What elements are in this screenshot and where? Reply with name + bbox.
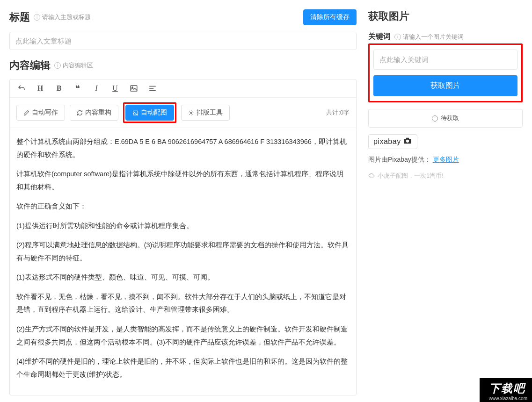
more-images-link[interactable]: 更多图片 <box>433 156 459 163</box>
keyword-hint: i 请输入一个图片关键词 <box>394 33 464 41</box>
formatting-toolbar: H B ❝ I U <box>10 79 356 98</box>
quote-button[interactable]: ❝ <box>73 83 83 93</box>
image-small-icon <box>132 110 138 116</box>
sidebar-panel: 获取图片 关键词 i 请输入一个图片关键词 获取图片 待获取 pixabay 图… <box>364 0 532 402</box>
content-paragraph: 软件看不见，无色，枯燥，看不见，摸不到，闻不到。软件大部分存在于人们的头脑或纸上… <box>16 291 350 316</box>
keyword-row: 关键词 i 请输入一个图片关键词 <box>368 32 523 42</box>
underline-button[interactable]: U <box>110 83 120 93</box>
content-paragraph: (4)维护不同的硬件是旧的，理论上软件是旧的，并不坏，但实际上软件也是旧的和坏的… <box>16 355 350 381</box>
char-count: 共计:0字 <box>326 108 350 117</box>
auto-write-button[interactable]: 自动写作 <box>16 105 65 121</box>
italic-button[interactable]: I <box>91 83 102 93</box>
image-icon[interactable] <box>129 83 139 93</box>
undo-icon[interactable] <box>16 83 27 93</box>
auto-image-highlight: 自动配图 <box>123 102 176 123</box>
action-toolbar: 自动写作 内容重构 自动配图 排版工具 共计:0字 <box>10 98 356 128</box>
keyword-input[interactable] <box>373 50 517 70</box>
watermark: 下载吧 www.xiazaiba.com <box>480 378 532 402</box>
circle-icon <box>432 115 438 122</box>
cloud-icon <box>368 172 375 179</box>
title-header: 标题 i 请输入主题或标题 清除所有缓存 <box>9 9 357 25</box>
layout-tool-button[interactable]: 排版工具 <box>181 105 230 121</box>
content-paragraph: (1)表达形式不同的硬件类型、颜色、味道、可见、可摸、可闻。 <box>16 271 350 284</box>
svg-point-9 <box>406 140 409 143</box>
fetch-image-button[interactable]: 获取图片 <box>373 75 517 96</box>
heading-button[interactable]: H <box>35 83 45 93</box>
camera-icon <box>403 137 412 146</box>
content-paragraph: (2)程序可以满意地处理信息的数据结构。(3)说明程序功能要求和程序需要的文档的… <box>16 239 350 265</box>
title-label: 标题 <box>9 10 30 24</box>
refresh-icon <box>77 110 83 116</box>
content-paragraph: 整个计算机系统由两部分组成：E.69DA 5 E 6 BA 9062616964… <box>16 136 350 161</box>
content-label: 内容编辑 <box>9 58 51 72</box>
content-paragraph: 软件的正确含义如下： <box>16 200 350 213</box>
align-left-icon[interactable] <box>147 83 158 93</box>
tip-row: 小虎子配图，一次1淘币! <box>368 172 523 180</box>
content-editor[interactable]: 整个计算机系统由两部分组成：E.69DA 5 E 6 BA 9062616964… <box>10 128 356 395</box>
content-paragraph: (1)提供运行时所需功能和性能的命令或计算机程序集合。 <box>16 220 350 233</box>
bold-button[interactable]: B <box>54 83 64 93</box>
title-hint: i 请输入主题或标题 <box>34 13 91 22</box>
content-paragraph: (2)生产方式不同的软件是开发，是人类智能的高发挥，而不是传统意义上的硬件制造。… <box>16 323 350 349</box>
editor-box: H B ❝ I U 自动写作 内容重构 <box>9 79 357 395</box>
main-panel: 标题 i 请输入主题或标题 清除所有缓存 内容编辑 i 内容编辑区 H B ❝ <box>0 0 364 402</box>
restructure-button[interactable]: 内容重构 <box>70 105 118 121</box>
image-source-row: 图片由Pixabay提供： 更多图片 <box>368 156 523 164</box>
svg-rect-8 <box>406 138 409 139</box>
fetch-highlight-box: 获取图片 <box>368 43 523 102</box>
content-hint: i 内容编辑区 <box>54 61 93 70</box>
pixabay-badge: pixabay <box>368 134 417 149</box>
info-icon: i <box>34 14 40 21</box>
info-icon: i <box>54 62 61 69</box>
pending-button[interactable]: 待获取 <box>368 109 523 128</box>
info-icon: i <box>394 34 401 40</box>
auto-image-button[interactable]: 自动配图 <box>125 105 174 121</box>
svg-point-6 <box>190 112 192 113</box>
title-input[interactable] <box>9 32 357 50</box>
keyword-label: 关键词 <box>368 32 391 42</box>
clear-cache-button[interactable]: 清除所有缓存 <box>303 9 357 25</box>
content-header: 内容编辑 i 内容编辑区 <box>9 58 357 72</box>
sidebar-title: 获取图片 <box>368 9 523 23</box>
content-paragraph: 计算机软件(computer software)是指计算机系统中除硬件以外的所有… <box>16 168 350 194</box>
pencil-icon <box>23 110 29 116</box>
settings-icon <box>188 110 194 116</box>
